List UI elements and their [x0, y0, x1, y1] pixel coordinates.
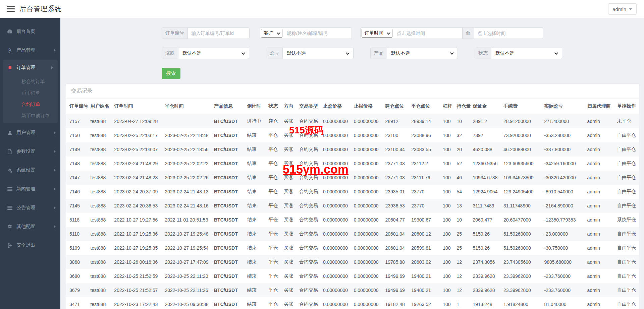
- sidebar-subitem[interactable]: 币币订单: [3, 87, 58, 99]
- sidebar-item-6[interactable]: 系统设置: [0, 161, 60, 180]
- cell-take_profit: 0.00000000: [321, 114, 352, 129]
- profit-select[interactable]: 默认不选: [283, 48, 353, 59]
- cell-margin: 2891.2: [471, 114, 501, 129]
- cell-user: test888: [88, 128, 112, 142]
- sidebar-item-10[interactable]: 安全退出: [0, 236, 60, 255]
- cell-profit: -8910.540000: [542, 185, 585, 199]
- cell-fee: 129.24905400: [501, 185, 542, 199]
- cell-take_profit: 0.00000000: [321, 297, 352, 309]
- cell-direction: 买涨: [282, 227, 297, 241]
- cell-direction: 买涨: [282, 171, 297, 185]
- time-from-input[interactable]: [393, 28, 462, 39]
- time-to-label: 至: [462, 28, 474, 39]
- cell-product: BTC/USDT: [212, 114, 245, 129]
- column-header: 订单时间: [112, 99, 163, 114]
- cell-take_profit: 0.00000000: [321, 142, 352, 157]
- cell-user: test888: [88, 227, 112, 241]
- cell-amount: 12: [454, 283, 471, 297]
- gear-icon: [7, 224, 12, 229]
- cell-fee: 51.50260000: [501, 241, 542, 255]
- cell-agent: admin: [585, 199, 615, 213]
- cell-open_time: 2022-10-25 21:52:57: [112, 283, 163, 297]
- customer-input[interactable]: [283, 28, 352, 39]
- cell-fee: 73.92000000: [501, 128, 542, 142]
- order-no-input[interactable]: [188, 28, 249, 39]
- cell-stop_loss: 0.00000000: [352, 213, 383, 227]
- cell-margin: 12924.9054: [471, 185, 501, 199]
- cell-close_time: 2023-02-24 21:48:13: [163, 185, 212, 199]
- cell-take_profit: 0.00000000: [321, 255, 352, 269]
- product-label: 产品: [371, 48, 387, 59]
- customer-filter: 客户: [260, 27, 352, 39]
- column-header: 方向: [282, 99, 297, 114]
- product-select[interactable]: 默认不选: [387, 48, 458, 59]
- cell-open_time: 2023-02-24 21:48:23: [112, 171, 163, 185]
- orders-icon: [7, 65, 12, 70]
- user-dropdown-button[interactable]: admin: [608, 3, 637, 15]
- status-select[interactable]: 默认不选: [491, 48, 562, 59]
- cell-close_time: 2023-02-25 22:18:56: [163, 142, 212, 157]
- cell-control: 自由平仓: [615, 269, 639, 283]
- orders-table: 订单编号用户姓名订单时间平仓时间产品信息倒计时状态方向交易类型止盈价格止损价格建…: [66, 99, 639, 309]
- cell-close_time: 2022-10-25 22:11:26: [163, 283, 212, 297]
- cell-status: 建仓: [267, 114, 282, 129]
- search-button[interactable]: 搜索: [162, 68, 180, 79]
- sidebar-subitem[interactable]: 新币申购订单: [3, 110, 58, 121]
- cell-status: 平仓: [267, 213, 282, 227]
- sidebar-item-2[interactable]: ₿产品管理: [0, 41, 60, 60]
- sidebar-item-7[interactable]: 新闻管理: [0, 180, 60, 198]
- cell-take_profit: 0.00000000: [321, 185, 352, 199]
- main-content: 订单编号 客户 订单时间 至 涨跌 默认不选: [60, 18, 644, 309]
- user-name: admin: [612, 6, 626, 12]
- sidebar-item-label: 订单管理: [16, 65, 51, 71]
- sidebar-item-1[interactable]: 后台首页: [0, 22, 60, 41]
- cell-fee: 1.91824800: [501, 297, 542, 309]
- dashboard-icon: [7, 29, 12, 34]
- cell-agent: admin: [585, 213, 615, 227]
- cell-leverage: 100: [441, 241, 454, 255]
- cell-margin: 7392: [471, 128, 501, 142]
- cell-trade_type: 合约交易: [297, 142, 321, 157]
- cell-leverage: 100: [441, 185, 454, 199]
- cell-direction: 买涨: [282, 185, 297, 199]
- sidebar-item-5[interactable]: 参数设置: [0, 142, 60, 161]
- sidebar-item-4[interactable]: 用户管理: [0, 123, 60, 142]
- cell-stop_loss: 0.00000000: [352, 114, 383, 129]
- customer-select[interactable]: 客户: [261, 29, 282, 38]
- column-header: 平仓点位: [409, 99, 441, 114]
- table-row: 5110test8882022-10-27 19:25:362022-10-27…: [66, 227, 639, 241]
- cell-fee: 23.39962800: [501, 269, 542, 283]
- hamburger-menu-icon[interactable]: [7, 6, 15, 12]
- cell-close_time: 2023-02-25 22:02:22: [163, 157, 212, 171]
- cell-status: 平仓: [267, 171, 282, 185]
- status-filter: 状态 默认不选: [475, 48, 562, 59]
- table-row: 7157test8882023-04-27 12:09:28BTC/USDT进行…: [66, 114, 639, 129]
- cell-leverage: 100: [441, 142, 454, 157]
- logout-icon: [7, 243, 12, 248]
- cell-product: BTC/USDT: [212, 297, 245, 309]
- cell-amount: 46: [454, 171, 471, 185]
- updown-select[interactable]: 默认不选: [178, 48, 249, 59]
- cell-close_time: 2023-02-24 21:48:16: [163, 199, 212, 213]
- cell-open_time: 2023-02-25 22:03:17: [112, 128, 163, 142]
- cell-close_point: 19480.21: [409, 283, 441, 297]
- sidebar-item-3[interactable]: 订单管理: [3, 60, 58, 76]
- cell-product: BTC/USDT: [212, 241, 245, 255]
- time-type-select[interactable]: 订单时间: [362, 29, 392, 38]
- sidebar-item-9[interactable]: 其他配置: [0, 217, 60, 236]
- cell-amount: 10: [454, 114, 471, 129]
- cell-open_point: 20601.04: [383, 227, 409, 241]
- sidebar-item-8[interactable]: 公告管理: [0, 198, 60, 217]
- cell-amount: 1: [454, 297, 471, 309]
- cell-open_time: 2022-10-27 19:25:35: [112, 241, 163, 255]
- sidebar-subitem[interactable]: 合约订单: [3, 99, 58, 110]
- cell-id: 7157: [66, 114, 88, 129]
- cell-profit: 9805.680000: [542, 255, 585, 269]
- cell-id: 7146: [66, 185, 88, 199]
- cell-close_point: 23112.2: [409, 157, 441, 171]
- cell-user: test888: [88, 255, 112, 269]
- cell-take_profit: 0.00000000: [321, 283, 352, 297]
- time-to-input[interactable]: [474, 28, 543, 39]
- cell-control: 自由平仓: [615, 199, 639, 213]
- sidebar-subitem[interactable]: 秒合约订单: [3, 76, 58, 87]
